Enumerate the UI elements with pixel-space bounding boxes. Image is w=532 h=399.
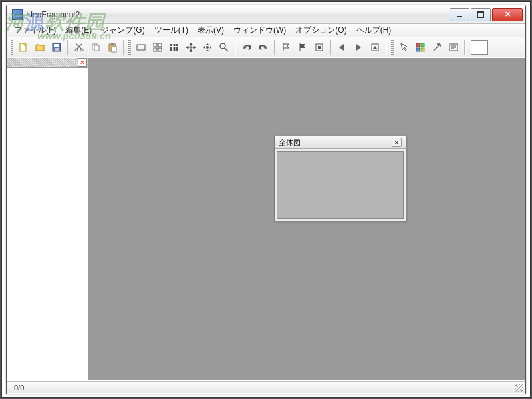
sidebar-panel: ✕: [7, 58, 88, 380]
svg-rect-11: [137, 45, 145, 50]
svg-rect-20: [174, 47, 176, 49]
svg-rect-12: [154, 43, 157, 47]
svg-point-25: [206, 46, 209, 49]
panel-button[interactable]: [412, 39, 428, 55]
mdi-client-area[interactable]: 全体図 ✕: [88, 58, 525, 380]
menu-edit[interactable]: 編集(E): [61, 23, 96, 37]
menu-window[interactable]: ウィンドウ(W): [229, 23, 291, 37]
svg-rect-19: [170, 47, 172, 49]
toolbar: [7, 37, 525, 57]
svg-rect-24: [176, 49, 178, 51]
svg-rect-15: [158, 48, 162, 51]
move-button[interactable]: [183, 39, 199, 55]
move-children-button[interactable]: [200, 39, 215, 55]
toolbar-grip[interactable]: [128, 40, 131, 55]
svg-rect-17: [174, 44, 176, 46]
minimize-button[interactable]: [450, 8, 469, 21]
copy-button[interactable]: [88, 39, 104, 55]
toolbar-separator: [67, 40, 68, 55]
menu-view[interactable]: 表示(V): [193, 23, 229, 37]
search-button[interactable]: [216, 39, 232, 55]
menu-jump[interactable]: ジャンプ(G): [96, 23, 149, 37]
svg-rect-7: [94, 45, 99, 51]
save-button[interactable]: [49, 39, 65, 55]
overview-canvas[interactable]: [277, 151, 404, 219]
link-button[interactable]: [429, 39, 445, 55]
svg-rect-21: [176, 47, 178, 49]
svg-rect-3: [55, 48, 59, 51]
home-button[interactable]: [367, 39, 383, 55]
svg-rect-32: [416, 48, 420, 51]
sidebar-header[interactable]: ✕: [7, 58, 88, 68]
overview-titlebar[interactable]: 全体図 ✕: [275, 136, 406, 149]
undo-button[interactable]: [239, 39, 255, 55]
toolbar-separator: [464, 40, 466, 55]
flag-fill-button[interactable]: [295, 39, 311, 55]
svg-rect-9: [111, 43, 114, 45]
svg-rect-31: [421, 43, 424, 47]
svg-rect-22: [170, 49, 172, 51]
new-button[interactable]: [15, 39, 31, 55]
workspace: ✕ 全体図 ✕: [7, 58, 525, 380]
svg-rect-30: [416, 43, 420, 47]
color-swatch[interactable]: [471, 40, 488, 55]
menu-file[interactable]: ファイル(F): [9, 23, 61, 37]
toolbar-separator: [235, 40, 236, 55]
window-title: IdeaFragment2: [26, 10, 450, 19]
flag-button[interactable]: [278, 39, 294, 55]
main-window: IdeaFragment2 ファイル(F) 編集(E) ジャンプ(G) ツール(…: [6, 5, 526, 394]
paste-button[interactable]: [104, 39, 120, 55]
pointer-button[interactable]: [396, 39, 412, 55]
toolbar-grip[interactable]: [391, 40, 394, 55]
prev-button[interactable]: [334, 39, 350, 55]
sidebar-body: [7, 68, 88, 380]
window-controls: [450, 8, 523, 21]
svg-rect-18: [176, 44, 178, 46]
menu-tool[interactable]: ツール(T): [150, 23, 193, 37]
toolbar-grip[interactable]: [11, 40, 13, 55]
cut-button[interactable]: [71, 39, 87, 55]
menu-help[interactable]: ヘルプ(H): [352, 23, 396, 37]
svg-rect-14: [154, 48, 157, 51]
svg-rect-28: [318, 46, 321, 49]
svg-rect-2: [54, 44, 59, 47]
statusbar: 0/0: [7, 381, 525, 393]
open-button[interactable]: [32, 39, 48, 55]
toolbar-separator: [330, 40, 331, 55]
overview-title-text: 全体図: [279, 138, 392, 148]
svg-rect-0: [20, 43, 26, 51]
app-icon: [12, 9, 23, 20]
svg-rect-10: [112, 47, 116, 52]
maximize-button[interactable]: [471, 8, 491, 21]
redo-button[interactable]: [255, 39, 271, 55]
resize-grip-icon[interactable]: [515, 384, 523, 392]
svg-rect-23: [174, 49, 176, 51]
sidebar-close-button[interactable]: ✕: [78, 58, 87, 67]
overview-window[interactable]: 全体図 ✕: [274, 136, 406, 221]
close-button[interactable]: [492, 8, 523, 21]
next-button[interactable]: [350, 39, 366, 55]
status-count: 0/0: [11, 384, 27, 392]
toolbar-separator: [123, 40, 124, 55]
menu-option[interactable]: オプション(O): [291, 23, 351, 37]
note-button[interactable]: [446, 39, 462, 55]
toolbar-separator: [274, 40, 275, 55]
svg-rect-16: [170, 44, 172, 46]
rect-button[interactable]: [133, 39, 149, 55]
stop-button[interactable]: [311, 39, 327, 55]
menubar: ファイル(F) 編集(E) ジャンプ(G) ツール(T) 表示(V) ウィンドウ…: [7, 24, 525, 37]
titlebar[interactable]: IdeaFragment2: [7, 5, 525, 24]
overview-close-button[interactable]: ✕: [392, 138, 402, 147]
group-button[interactable]: [150, 39, 166, 55]
svg-rect-13: [158, 43, 162, 47]
toolbar-separator: [386, 40, 387, 55]
svg-point-26: [220, 43, 225, 49]
svg-rect-33: [421, 48, 424, 51]
grid-button[interactable]: [166, 39, 182, 55]
